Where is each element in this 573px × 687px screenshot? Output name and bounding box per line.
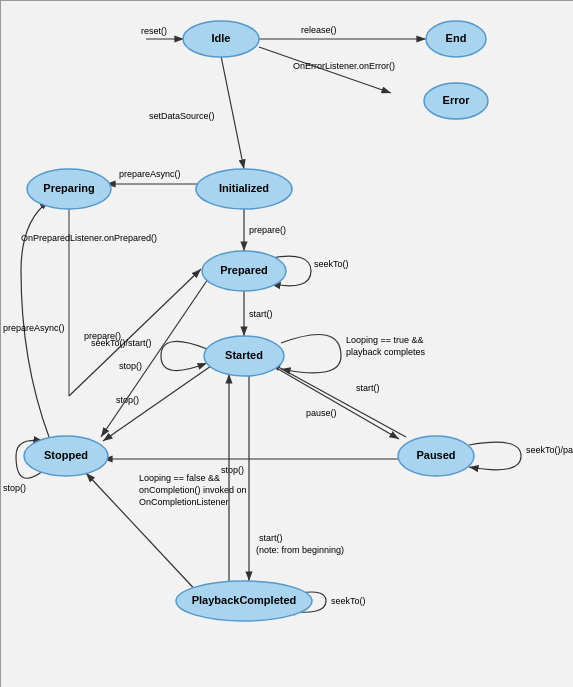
label-start-prepared: start() bbox=[249, 309, 273, 319]
state-diagram: reset() release() OnErrorListener.onErro… bbox=[0, 0, 573, 687]
state-stopped-label: Stopped bbox=[44, 449, 88, 461]
state-playbackcompleted-label: PlaybackCompleted bbox=[192, 594, 297, 606]
label-stop-prepared: stop() bbox=[119, 361, 142, 371]
label-prepareasync-stopped: prepareAsync() bbox=[3, 323, 65, 333]
state-end-label: End bbox=[446, 32, 467, 44]
state-initialized-label: Initialized bbox=[219, 182, 269, 194]
label-prepareasync1: prepareAsync() bbox=[119, 169, 181, 179]
label-onerror: OnErrorListener.onError() bbox=[293, 61, 395, 71]
state-started-label: Started bbox=[225, 349, 263, 361]
label-looping-true: Looping == true && bbox=[346, 335, 424, 345]
label-release: release() bbox=[301, 25, 337, 35]
label-looping-true2: playback completes bbox=[346, 347, 426, 357]
label-prepare1: prepare() bbox=[249, 225, 286, 235]
label-stop-stopped: stop() bbox=[3, 483, 26, 493]
state-error-label: Error bbox=[443, 94, 471, 106]
state-paused-label: Paused bbox=[416, 449, 455, 461]
state-preparing-label: Preparing bbox=[43, 182, 94, 194]
label-start-paused: start() bbox=[356, 383, 380, 393]
label-looping-false3: OnCompletionListener bbox=[139, 497, 229, 507]
label-prepare2: prepare() bbox=[84, 331, 121, 341]
label-start-playback: start() bbox=[259, 533, 283, 543]
label-pause: pause() bbox=[306, 408, 337, 418]
state-idle-label: Idle bbox=[212, 32, 231, 44]
label-onprepared: OnPreparedListener.onPrepared() bbox=[21, 233, 157, 243]
label-stop-paused: stop() bbox=[221, 465, 244, 475]
label-looping-false2: onCompletion() invoked on bbox=[139, 485, 247, 495]
label-looping-false1: Looping == false && bbox=[139, 473, 220, 483]
label-note-beginning: (note: from beginning) bbox=[256, 545, 344, 555]
label-setdatasource: setDataSource() bbox=[149, 111, 215, 121]
label-seekto-prepared: seekTo() bbox=[314, 259, 349, 269]
label-reset: reset() bbox=[141, 26, 167, 36]
label-stop-started: stop() bbox=[116, 395, 139, 405]
label-seekto-playback: seekTo() bbox=[331, 596, 366, 606]
label-seekto-pause: seekTo()/pause() bbox=[526, 445, 573, 455]
state-prepared-label: Prepared bbox=[220, 264, 268, 276]
